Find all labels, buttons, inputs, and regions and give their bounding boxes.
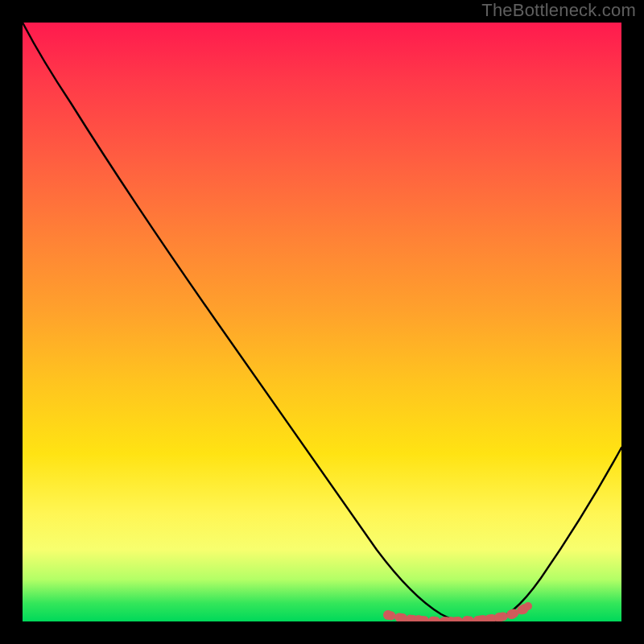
bottom-marker-stroke bbox=[388, 607, 526, 621]
plot-area bbox=[23, 23, 621, 621]
svg-point-10 bbox=[524, 602, 532, 610]
svg-point-0 bbox=[383, 610, 393, 620]
chart-frame: TheBottleneck.com bbox=[0, 0, 644, 644]
chart-overlay bbox=[23, 23, 621, 621]
watermark-text: TheBottleneck.com bbox=[481, 0, 636, 21]
svg-point-8 bbox=[507, 609, 517, 619]
main-curve bbox=[23, 23, 621, 621]
